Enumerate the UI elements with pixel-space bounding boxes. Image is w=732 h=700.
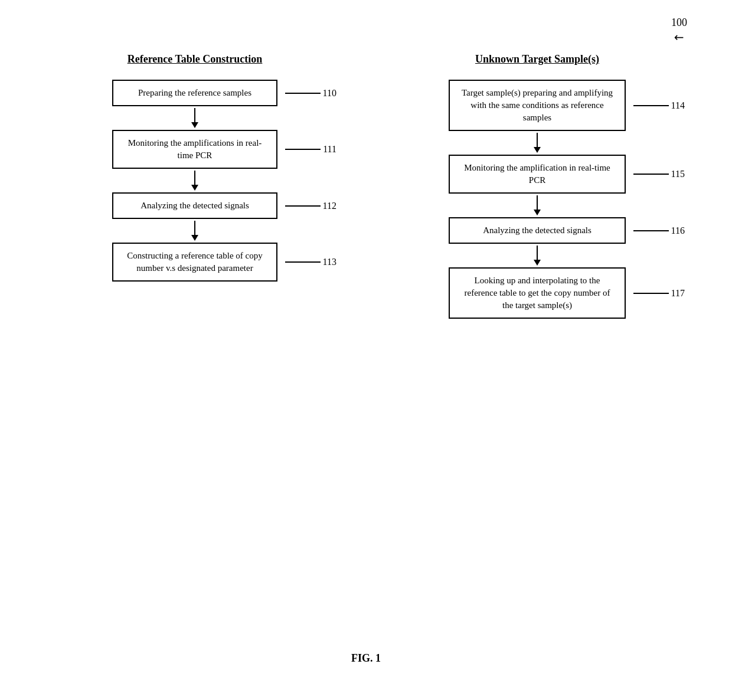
step-110: Preparing the reference samples 110 — [35, 80, 354, 130]
step-110-label: 110 — [285, 88, 336, 99]
step-116: Analyzing the detected signals 116 — [378, 217, 697, 267]
step-114-label: 114 — [633, 100, 685, 111]
step-116-wrapper: Analyzing the detected signals 116 — [449, 217, 626, 244]
left-column-title: Reference Table Construction — [128, 53, 263, 66]
step-112-wrapper: Analyzing the detected signals 112 — [112, 192, 277, 219]
left-column: Reference Table Construction Preparing t… — [24, 53, 366, 319]
step-111: Monitoring the amplifications in real-ti… — [35, 130, 354, 192]
step-113-label: 113 — [285, 257, 336, 267]
step-116-label: 116 — [633, 225, 685, 236]
step-112-box: Analyzing the detected signals — [112, 192, 277, 219]
step-117: Looking up and interpolating to the refe… — [378, 267, 697, 319]
step-113: Constructing a reference table of copy n… — [35, 243, 354, 282]
figure-reference: 100 ↙ — [671, 17, 687, 44]
step-111-label: 111 — [285, 144, 336, 155]
fig-ref-arrow-icon: ↙ — [671, 29, 688, 46]
arrow-114-115 — [534, 131, 541, 155]
step-114-box: Target sample(s) preparing and amplifyin… — [449, 80, 626, 131]
step-116-box: Analyzing the detected signals — [449, 217, 626, 244]
step-113-wrapper: Constructing a reference table of copy n… — [112, 243, 277, 282]
step-111-box: Monitoring the amplifications in real-ti… — [112, 130, 277, 169]
step-113-box: Constructing a reference table of copy n… — [112, 243, 277, 282]
fig-ref-number: 100 — [671, 17, 687, 28]
right-column: Unknown Target Sample(s) Target sample(s… — [366, 53, 708, 319]
step-115-box: Monitoring the amplification in real-tim… — [449, 155, 626, 194]
step-114-wrapper: Target sample(s) preparing and amplifyin… — [449, 80, 626, 131]
step-115: Monitoring the amplification in real-tim… — [378, 155, 697, 217]
step-112: Analyzing the detected signals 112 — [35, 192, 354, 243]
step-115-label: 115 — [633, 169, 685, 179]
step-117-wrapper: Looking up and interpolating to the refe… — [449, 267, 626, 319]
step-114: Target sample(s) preparing and amplifyin… — [378, 80, 697, 155]
step-112-label: 112 — [285, 201, 336, 211]
step-110-wrapper: Preparing the reference samples 110 — [112, 80, 277, 106]
right-column-title: Unknown Target Sample(s) — [475, 53, 599, 66]
arrow-112-113 — [191, 219, 198, 243]
step-117-label: 117 — [633, 288, 685, 299]
arrow-110-111 — [191, 106, 198, 130]
arrow-116-117 — [534, 244, 541, 267]
step-110-box: Preparing the reference samples — [112, 80, 277, 106]
flowchart-container: Reference Table Construction Preparing t… — [24, 53, 708, 319]
step-111-wrapper: Monitoring the amplifications in real-ti… — [112, 130, 277, 169]
step-115-wrapper: Monitoring the amplification in real-tim… — [449, 155, 626, 194]
arrow-115-116 — [534, 194, 541, 217]
step-117-box: Looking up and interpolating to the refe… — [449, 267, 626, 319]
figure-label: FIG. 1 — [351, 652, 381, 665]
arrow-111-112 — [191, 169, 198, 192]
page: 100 ↙ Reference Table Construction Prepa… — [0, 0, 732, 700]
